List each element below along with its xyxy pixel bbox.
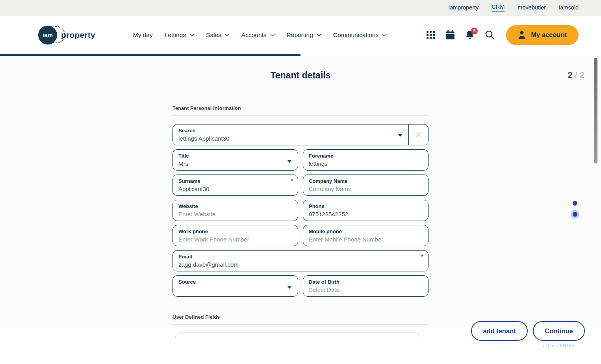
forename-label: Forename (309, 153, 423, 159)
title-label: Title (178, 153, 292, 159)
nav-item-lettings[interactable]: Lettings (165, 32, 194, 39)
nav-item-reporting[interactable]: Reporting (287, 32, 321, 39)
search-clear-button[interactable]: ✕ (408, 124, 428, 145)
notification-badge: 5 (471, 28, 478, 34)
date-of-birth-input[interactable] (309, 286, 423, 294)
my-account-button[interactable]: My account (506, 25, 579, 45)
page-dot-1[interactable] (573, 201, 577, 206)
crm-page: iamproperty CRM movebutler iamsold iam p… (0, 0, 601, 364)
chevron-down-icon (317, 33, 321, 37)
page-dot-2-active[interactable] (573, 212, 577, 217)
title-select[interactable] (178, 160, 292, 168)
step-current: 2 (568, 70, 572, 80)
mobile-phone-input[interactable] (309, 236, 423, 243)
logo-wordmark: property (61, 30, 95, 40)
topbar-link-iamproperty[interactable]: iamproperty (449, 4, 479, 12)
top-bar: iamproperty CRM movebutler iamsold (0, 0, 601, 16)
main-content: Tenant details 2 / 2 Tenant Personal Inf… (0, 56, 601, 364)
website-input[interactable] (178, 210, 292, 218)
forename-field[interactable]: Forename (303, 149, 428, 171)
nav-label: Communications (333, 32, 378, 39)
logo-circle-icon: iam (38, 26, 57, 45)
primary-nav: My day Lettings Sales Accounts Reporting… (133, 32, 387, 39)
search-label: Search (178, 128, 403, 134)
chevron-down-icon (382, 33, 387, 37)
nav-label: Reporting (287, 32, 313, 39)
apps-menu-button[interactable] (426, 30, 435, 40)
nav-item-accounts[interactable]: Accounts (241, 32, 275, 39)
surname-label: Surname (178, 178, 292, 184)
email-input[interactable] (178, 261, 423, 269)
date-of-birth-label: Date of Birth (309, 279, 423, 285)
title-field[interactable]: Title (173, 149, 298, 171)
tenant-form: Tenant Personal Information Search ✕ Tit… (173, 106, 428, 325)
chevron-down-icon (189, 33, 194, 37)
udf-field-partial (175, 332, 419, 338)
company-name-label: Company Name (309, 178, 423, 184)
nav-label: Lettings (165, 32, 186, 39)
required-asterisk: * (421, 253, 423, 260)
step-separator: / (575, 70, 577, 80)
tenant-search-main[interactable]: Search (173, 124, 408, 145)
source-field[interactable]: Source (173, 275, 298, 297)
topbar-link-movebutler[interactable]: movebutler (518, 4, 546, 12)
source-select[interactable] (178, 286, 292, 294)
user-icon (518, 31, 526, 39)
clear-icon: ✕ (415, 130, 422, 139)
calendar-button[interactable] (445, 30, 455, 40)
section-heading-user-defined-fields: User Defined Fields (173, 314, 428, 320)
phone-input[interactable] (309, 210, 423, 218)
chevron-down-icon (225, 33, 230, 37)
search-icon (485, 30, 494, 39)
step-total: 2 (580, 70, 584, 80)
title-row: Tenant details 2 / 2 (0, 70, 601, 81)
nav-item-my-day[interactable]: My day (133, 32, 153, 39)
website-field[interactable]: Website (173, 200, 298, 221)
work-phone-field[interactable]: Work phone (173, 225, 298, 246)
surname-field[interactable]: Surname * (173, 175, 298, 196)
section-divider (173, 324, 428, 325)
section-divider (173, 115, 428, 116)
email-field[interactable]: Email * (173, 250, 428, 271)
work-phone-input[interactable] (178, 236, 292, 243)
dropdown-arrow-icon (288, 286, 291, 289)
iamproperty-logo[interactable]: iam property (38, 26, 95, 45)
source-label: Source (178, 279, 292, 285)
surname-input[interactable] (178, 185, 292, 193)
company-name-field[interactable]: Company Name (303, 175, 428, 196)
nav-label: Accounts (241, 32, 267, 39)
nav-item-communications[interactable]: Communications (333, 32, 387, 39)
topbar-link-crm[interactable]: CRM (492, 4, 505, 12)
chevron-down-icon (270, 33, 275, 37)
search-input[interactable] (178, 135, 403, 143)
work-phone-label: Work phone (178, 228, 292, 235)
scrollbar[interactable] (594, 58, 597, 163)
calendar-icon (446, 30, 454, 39)
mobile-phone-field[interactable]: Mobile phone (303, 225, 428, 246)
my-account-label: My account (531, 31, 567, 39)
nav-label: My day (133, 32, 153, 39)
main-header: iam property My day Lettings Sales Accou… (0, 16, 601, 54)
header-icon-group: 5 (426, 30, 494, 40)
topbar-link-iamsold[interactable]: iamsold (559, 4, 579, 12)
company-name-input[interactable] (309, 185, 423, 193)
mobile-phone-label: Mobile phone (309, 228, 423, 235)
email-label: Email (178, 254, 423, 260)
dropdown-arrow-icon (288, 160, 291, 163)
notifications-button[interactable]: 5 (465, 30, 475, 40)
search-button[interactable] (485, 30, 494, 40)
form-grid: Title Forename Surname * Company Name (173, 149, 428, 297)
nav-label: Sales (206, 32, 221, 39)
apps-grid-icon (427, 31, 435, 39)
step-counter: 2 / 2 (568, 70, 584, 80)
phone-label: Phone (309, 203, 423, 210)
tenant-search-field[interactable]: Search ✕ (173, 124, 428, 145)
phone-field[interactable]: Phone (303, 200, 428, 221)
section-heading-personal-info: Tenant Personal Information (173, 106, 428, 111)
date-of-birth-field[interactable]: Date of Birth (303, 275, 428, 297)
continue-button[interactable]: Continue (533, 321, 585, 341)
add-tenant-button[interactable]: add tenant (471, 321, 528, 341)
forename-input[interactable] (309, 160, 423, 168)
page-title: Tenant details (0, 70, 601, 81)
nav-item-sales[interactable]: Sales (206, 32, 230, 39)
